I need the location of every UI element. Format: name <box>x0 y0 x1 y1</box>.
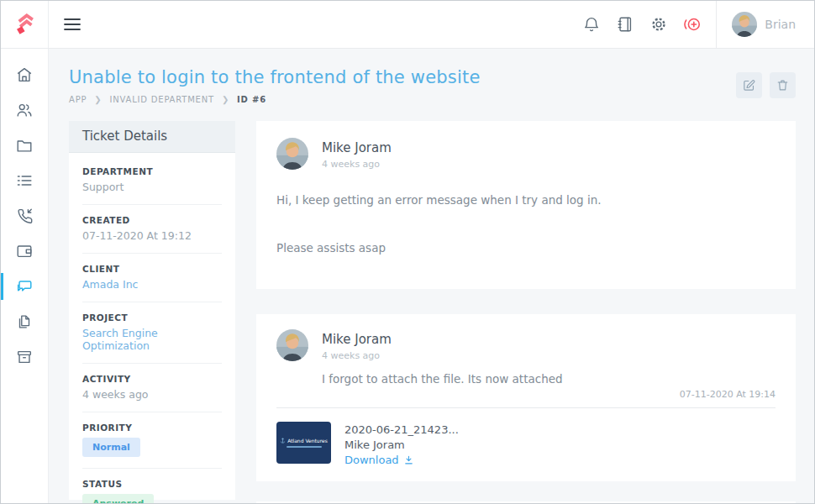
pages-icon <box>15 312 34 331</box>
sidebar-item-clients[interactable] <box>1 92 48 128</box>
message-time: 4 weeks ago <box>322 350 563 361</box>
message-time: 4 weeks ago <box>322 159 392 170</box>
priority-badge: Normal <box>82 438 140 457</box>
sender-name: Mike Joram <box>322 138 392 155</box>
chevron-right-icon: ❯ <box>222 95 229 104</box>
hamburger-icon <box>64 18 81 31</box>
main-content: Unable to login to the frontend of the w… <box>49 49 814 504</box>
sidebar-item-tickets[interactable] <box>1 269 48 304</box>
breadcrumb-department[interactable]: INVALID DEPARTMENT <box>110 95 214 104</box>
message-timestamp: 07-11-2020 At 19:14 <box>276 389 776 400</box>
field-status: STATUS Answered <box>82 469 222 504</box>
contacts-button[interactable] <box>608 1 642 49</box>
wallet-icon <box>15 242 34 260</box>
field-label: STATUS <box>82 479 222 489</box>
top-navbar: Brian <box>1 1 814 49</box>
plus-circle-pulse-icon <box>681 15 703 34</box>
thumbnail-subtext-bar <box>287 446 322 448</box>
page-title: Unable to login to the frontend of the w… <box>69 67 481 87</box>
bell-icon <box>582 15 601 34</box>
settings-button[interactable] <box>642 1 676 49</box>
ticket-messages: Mike Joram 4 weeks ago Hi, I keep gettin… <box>256 121 796 504</box>
menu-toggle-button[interactable] <box>49 1 96 48</box>
message-card: Mike Joram 4 weeks ago Hi, I keep gettin… <box>256 121 796 289</box>
trash-icon <box>776 78 790 92</box>
field-value: Support <box>82 181 222 193</box>
attachment-thumbnail[interactable]: Atland Ventures <box>276 422 331 464</box>
contacts-book-icon <box>616 15 634 34</box>
attachment-filename: 2020-06-21_21423... <box>344 423 459 436</box>
sidebar-item-archive[interactable] <box>1 339 48 375</box>
field-label: CREATED <box>82 215 222 225</box>
sidebar-item-projects[interactable] <box>1 128 48 163</box>
breadcrumb-app[interactable]: APP <box>69 95 87 104</box>
list-icon <box>15 171 34 190</box>
field-project: PROJECT Search Engine Optimization <box>82 302 222 364</box>
phone-incoming-icon <box>15 207 34 225</box>
download-icon <box>403 454 414 465</box>
status-badge: Answered <box>82 494 154 504</box>
message-text: Hi, I keep getting an error message when… <box>276 193 776 207</box>
field-client: CLIENT Amada Inc <box>82 254 222 302</box>
attachment-uploader: Mike Joram <box>344 438 459 451</box>
archive-box-icon <box>15 348 34 366</box>
sender-avatar <box>276 138 308 170</box>
field-department: DEPARTMENT Support <box>82 156 222 205</box>
sender-avatar <box>276 329 308 361</box>
panel-title: Ticket Details <box>69 121 235 153</box>
field-label: PROJECT <box>82 312 222 323</box>
field-label: CLIENT <box>82 264 222 274</box>
edit-pencil-icon <box>742 78 756 92</box>
chat-bubbles-icon <box>15 277 34 296</box>
sidebar-item-payments[interactable] <box>1 234 48 269</box>
field-priority: PRIORITY Normal <box>82 412 222 469</box>
sender-name: Mike Joram <box>322 329 563 347</box>
thumbnail-brand-text: Atland Ventures <box>287 438 328 444</box>
message-text: I forgot to attach the file. Its now att… <box>322 372 563 386</box>
sidebar-item-documents[interactable] <box>1 304 48 339</box>
field-value: 07-11-2020 At 19:12 <box>82 229 222 242</box>
field-created: CREATED 07-11-2020 At 19:12 <box>82 205 222 254</box>
download-label: Download <box>344 454 399 466</box>
gear-icon <box>649 15 668 34</box>
field-activity: ACTIVITY 4 weeks ago <box>82 364 222 412</box>
message-card: Mike Joram 4 weeks ago I forgot to attac… <box>256 314 796 481</box>
folder-icon <box>15 136 34 155</box>
user-name: Brian <box>765 18 796 31</box>
create-new-button[interactable] <box>676 1 709 49</box>
ticket-details-panel: Ticket Details DEPARTMENT Support CREATE… <box>69 121 235 500</box>
logo-icon <box>13 13 36 36</box>
users-icon <box>15 101 34 119</box>
user-avatar <box>732 12 757 37</box>
breadcrumb-ticket-id: ID #6 <box>237 95 266 104</box>
download-link[interactable]: Download <box>344 454 459 466</box>
client-link[interactable]: Amada Inc <box>82 278 222 291</box>
thumbnail-logo-icon <box>280 438 286 444</box>
field-label: ACTIVITY <box>82 374 222 384</box>
sidebar-nav <box>1 49 49 504</box>
user-menu[interactable]: Brian <box>717 12 814 37</box>
field-label: DEPARTMENT <box>82 166 222 176</box>
breadcrumb: APP ❯ INVALID DEPARTMENT ❯ ID #6 <box>69 95 481 104</box>
message-text: Please assists asap <box>276 241 776 255</box>
sidebar-item-tasks[interactable] <box>1 163 48 198</box>
attachment-item: Atland Ventures 2020-06-21_21423... Mike… <box>276 408 776 471</box>
project-link[interactable]: Search Engine Optimization <box>82 327 222 352</box>
edit-ticket-icon-button[interactable] <box>736 72 762 98</box>
field-label: PRIORITY <box>82 423 222 433</box>
notifications-button[interactable] <box>575 1 608 49</box>
chevron-right-icon: ❯ <box>94 95 102 104</box>
sidebar-item-home[interactable] <box>1 57 48 92</box>
home-icon <box>15 66 34 84</box>
delete-ticket-icon-button[interactable] <box>770 72 796 98</box>
field-value: 4 weeks ago <box>82 388 222 401</box>
app-logo[interactable] <box>1 1 49 48</box>
sidebar-item-calls[interactable] <box>1 198 48 234</box>
